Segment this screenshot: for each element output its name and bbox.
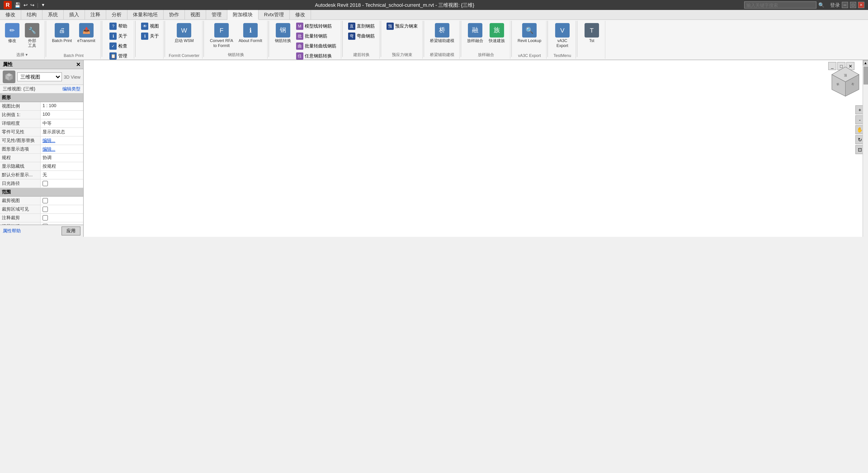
- crop-visible-checkbox[interactable]: [42, 207, 48, 212]
- view-small-button[interactable]: 👁 视图: [140, 22, 161, 31]
- view-type-dropdown[interactable]: 三维视图: [17, 72, 62, 81]
- tst-label: Tst: [589, 38, 594, 43]
- prestress-button[interactable]: 预 预应力钢束: [385, 22, 420, 31]
- tab-collaborate[interactable]: 协作: [164, 10, 185, 20]
- batch-print-label: Batch Print: [52, 38, 72, 43]
- revit-lookup-button[interactable]: 🔍 Revit Lookup: [515, 22, 544, 45]
- tab-analyze[interactable]: 分析: [106, 10, 127, 20]
- any-rebar-label: 任意钢筋转换: [305, 53, 332, 59]
- about-formit-icon: ℹ: [243, 23, 258, 37]
- va3c-button[interactable]: V vA3CExport: [553, 22, 572, 50]
- tab-manage[interactable]: 管理: [206, 10, 227, 20]
- quick-access-save[interactable]: 💾: [14, 2, 21, 8]
- far-clip-checkbox[interactable]: [42, 224, 48, 225]
- ribbon-group-bridge: 桥 桥梁辅助建模 桥梁辅助建模: [425, 21, 460, 59]
- tab-addins[interactable]: 附加模块: [227, 10, 258, 20]
- title-bar: R 💾 ↩ ↪ | ▼ Autodesk Revit 2018 - Techni…: [0, 0, 868, 10]
- quick-access-separator: |: [37, 2, 38, 8]
- batch-curve-button[interactable]: 曲 批量转曲线钢筋: [294, 41, 338, 51]
- svg-text:顶: 顶: [844, 73, 847, 77]
- tab-systems[interactable]: 系统: [42, 10, 64, 20]
- ribbon-group-rebar: 钢 钢筋转换 M 模型线转钢筋 批 批量转钢筋 曲 批量转曲线钢筋: [270, 21, 341, 59]
- scroll-up[interactable]: ▲: [863, 60, 868, 66]
- sun-path-checkbox[interactable]: [42, 181, 48, 186]
- wsm-button[interactable]: W 启动 WSM: [172, 22, 196, 45]
- manage-button[interactable]: 📋 管理: [108, 52, 129, 61]
- properties-help-link[interactable]: 属性帮助: [3, 228, 21, 234]
- help-mr-button[interactable]: ? 帮助: [108, 22, 129, 31]
- sep8: [381, 21, 381, 57]
- quick-access-more[interactable]: ▼: [41, 3, 45, 7]
- anno-crop-checkbox[interactable]: [42, 215, 48, 221]
- canvas-area[interactable]: _ □ ✕: [84, 60, 868, 236]
- vg-link[interactable]: 编辑...: [42, 138, 55, 143]
- sep1: [46, 21, 46, 57]
- quick-family-button[interactable]: 族 快速建族: [487, 22, 507, 45]
- modify-label: 修改: [8, 38, 16, 43]
- tab-insert[interactable]: 插入: [64, 10, 85, 20]
- search-box[interactable]: [744, 1, 816, 8]
- tab-rvtx[interactable]: Rvtx管理: [258, 10, 290, 20]
- quick-access-redo[interactable]: ↪: [30, 2, 34, 8]
- minimize-btn[interactable]: ─: [842, 2, 848, 8]
- ribbon-group-revitlookup: 🔍 Revit Lookup vA3C Export: [513, 21, 547, 59]
- prop-crop-view: 裁剪视图: [0, 197, 83, 205]
- batch-print-icon: 🖨: [55, 23, 69, 37]
- tab-structure[interactable]: 结构: [21, 10, 42, 20]
- apply-button[interactable]: 应用: [61, 226, 81, 235]
- batch-print-button[interactable]: 🖨 Batch Print: [50, 22, 74, 45]
- tab-massing[interactable]: 体量和地坯: [127, 10, 164, 20]
- bridge-button[interactable]: 桥 桥梁辅助建模: [428, 22, 457, 45]
- search-icon[interactable]: 🔍: [818, 2, 825, 8]
- graphic-display-link[interactable]: 编辑...: [42, 147, 55, 151]
- batch-rebar-button[interactable]: 批 批量转钢筋: [294, 32, 338, 41]
- prestress-icon: 预: [386, 23, 394, 30]
- convert-icon: F: [214, 23, 229, 37]
- properties-close-btn[interactable]: ✕: [76, 61, 81, 68]
- close-btn[interactable]: ✕: [858, 2, 864, 8]
- modify-button[interactable]: ✏ 修改: [3, 22, 22, 45]
- sep12: [548, 21, 548, 57]
- outer-tools-button[interactable]: 🔧 外部工具: [23, 22, 41, 50]
- ribbon-group-wsm: W 启动 WSM FormIt Converter: [166, 21, 203, 59]
- check-button[interactable]: ✓ 检查: [108, 41, 129, 51]
- ribbon-group-tst: T Tst: [579, 21, 606, 59]
- view-sm-icon: 👁: [141, 23, 149, 30]
- tab-modify2[interactable]: 修改: [290, 10, 311, 20]
- about-view-button[interactable]: ℹ 关于: [140, 32, 161, 41]
- tst-button[interactable]: T Tst: [582, 22, 601, 45]
- prop-far-clip: 远景激活: [0, 222, 83, 225]
- ribbon-content: ✏ 修改 🔧 外部工具 选择 ▾ 🖨 Batch Print 📤: [0, 20, 868, 60]
- fusion-button[interactable]: 融 放样融合: [465, 22, 486, 45]
- canvas-scrollbar-right[interactable]: ▲ ▼: [863, 60, 868, 236]
- user-login[interactable]: 登录: [830, 2, 840, 8]
- quick-family-label: 快速建族: [489, 38, 505, 43]
- view-cube[interactable]: 顶 右 前: [827, 65, 864, 101]
- sep10: [461, 21, 461, 57]
- convert-button[interactable]: F Convert RFAto FormIt: [208, 22, 236, 50]
- rebar-convert-button[interactable]: 钢 钢筋转换: [273, 22, 293, 45]
- edit-type-btn[interactable]: 编辑类型: [62, 86, 81, 92]
- model-line-rebar-button[interactable]: M 模型线转钢筋: [294, 22, 338, 31]
- help-mr-icon: ?: [110, 23, 117, 30]
- quick-access-undo[interactable]: ↩: [24, 2, 28, 8]
- straight-rebar-button[interactable]: 直 直剖钢筋: [346, 22, 377, 31]
- any-rebar-button[interactable]: 任 任意钢筋转换: [294, 52, 338, 61]
- tab-annotate[interactable]: 注释: [85, 10, 106, 20]
- formit-group-label: 钢筋转换: [228, 51, 244, 58]
- restore-btn[interactable]: □: [850, 2, 856, 8]
- curved-rebar-button[interactable]: 弯 弯曲钢筋: [346, 32, 377, 41]
- etransmit-label: eTransmit: [77, 38, 95, 43]
- properties-title: 属性: [3, 61, 13, 68]
- about-mr-button[interactable]: ℹ 关于: [108, 32, 129, 41]
- crop-view-checkbox[interactable]: [42, 198, 48, 203]
- scroll-thumb[interactable]: [863, 66, 868, 85]
- model-line-label: 模型线转钢筋: [305, 23, 332, 29]
- sep7: [342, 21, 343, 57]
- revit-lookup-icon: 🔍: [522, 23, 537, 37]
- tab-view[interactable]: 视图: [185, 10, 206, 20]
- check-icon: ✓: [110, 42, 117, 50]
- etransmit-button[interactable]: 📤 eTransmit: [75, 22, 97, 45]
- about-formit-button[interactable]: ℹ About FormIt: [237, 22, 265, 45]
- tab-modify[interactable]: 修改: [0, 10, 21, 20]
